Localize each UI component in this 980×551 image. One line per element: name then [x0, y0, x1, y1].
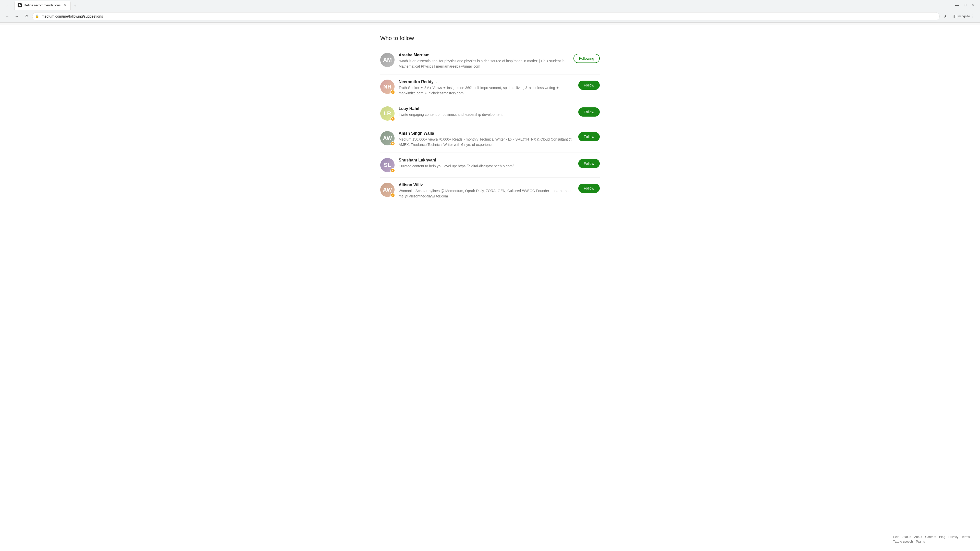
user-bio: Medium 150,000+ views/70,000+ Reads - mo… — [399, 137, 574, 148]
user-item: NR ♥ Neeramitra Reddy ✓ Truth-Seeker ✦ 8… — [380, 75, 600, 101]
follow-btn-luay-rahil[interactable]: Follow — [578, 107, 600, 117]
nav-right-controls: ★ ◫ Incognito ⋮ — [941, 12, 977, 21]
reload-btn[interactable]: ↻ — [22, 12, 30, 21]
user-name-row: Anish Singh Walia — [399, 131, 574, 136]
window-controls: ⌄ — [3, 2, 10, 9]
tab-favicon — [18, 3, 22, 7]
badge-heart-icon: ♥ — [390, 117, 395, 121]
page-section-title: Who to follow — [380, 35, 600, 41]
nav-bar: ← → ↻ 🔒 medium.com/me/following/suggesti… — [0, 10, 980, 22]
follow-btn-allison-wiltz[interactable]: Follow — [578, 184, 600, 193]
minimize-btn[interactable]: — — [953, 2, 961, 9]
active-tab[interactable]: Refine recommendations ✕ — [14, 1, 71, 10]
page-content: Who to follow AM Areeba Merriam "Math is… — [375, 25, 605, 219]
user-info: Anish Singh Walia Medium 150,000+ views/… — [399, 131, 574, 148]
user-name-row: Allison Wiltz — [399, 183, 574, 187]
user-item: AW ♥ Allison Wiltz Womanist Scholar byli… — [380, 178, 600, 204]
tab-bar: Refine recommendations ✕ + — [12, 1, 951, 10]
user-avatar: AW ♥ — [380, 183, 395, 197]
user-item: SL ♥ Shushant Lakhyani Curated content t… — [380, 153, 600, 178]
user-bio: Truth-Seeker ✦ 8M+ Views ✦ Insights on 3… — [399, 85, 574, 96]
browser-titlebar: ⌄ Refine recommendations ✕ + — □ ✕ — [0, 0, 980, 10]
user-name: Areeba Merriam — [399, 53, 430, 57]
user-name-row: Neeramitra Reddy ✓ — [399, 79, 574, 84]
follow-btn-anish-singh-walia[interactable]: Follow — [578, 132, 600, 141]
user-name-row: Shushant Lakhyani — [399, 158, 574, 162]
favicon-dot — [19, 4, 21, 6]
badge-heart-icon: ♥ — [390, 168, 395, 173]
bookmark-btn[interactable]: ★ — [941, 12, 950, 21]
user-name: Neeramitra Reddy — [399, 79, 434, 84]
address-bar[interactable]: 🔒 medium.com/me/following/suggestions — [32, 12, 940, 21]
user-name: Shushant Lakhyani — [399, 158, 436, 162]
user-item: AM Areeba Merriam "Math is an essential … — [380, 48, 600, 75]
user-bio: Womanist Scholar bylines @ Momentum, Opr… — [399, 188, 574, 199]
follow-btn-neeramitra-reddy[interactable]: Follow — [578, 81, 600, 90]
restore-btn[interactable]: □ — [962, 2, 969, 9]
verified-icon: ✓ — [435, 80, 438, 84]
user-name-row: Luay Rahil — [399, 106, 574, 111]
user-info: Neeramitra Reddy ✓ Truth-Seeker ✦ 8M+ Vi… — [399, 79, 574, 96]
user-name: Allison Wiltz — [399, 183, 423, 187]
user-avatar: AM — [380, 53, 395, 67]
new-tab-btn[interactable]: + — [72, 3, 79, 10]
forward-btn[interactable]: → — [13, 12, 21, 21]
user-avatar: AW ★ — [380, 131, 395, 145]
browser-chrome: ⌄ Refine recommendations ✕ + — □ ✕ ← → ↻… — [0, 0, 980, 23]
user-name: Luay Rahil — [399, 106, 419, 111]
badge-heart-icon: ♥ — [390, 90, 395, 94]
user-info: Shushant Lakhyani Curated content to hel… — [399, 158, 574, 169]
scroll-shadow — [0, 23, 980, 25]
user-name-row: Areeba Merriam — [399, 53, 570, 57]
follow-btn-shushant-lakhyani[interactable]: Follow — [578, 159, 600, 168]
user-bio: Curated content to help you level up: ht… — [399, 164, 574, 169]
avatar-image: AM — [380, 53, 395, 67]
follow-btn-areeba-merriam[interactable]: Following — [573, 54, 600, 63]
lock-icon: 🔒 — [35, 14, 39, 18]
user-avatar: NR ♥ — [380, 79, 395, 94]
close-btn[interactable]: ✕ — [970, 2, 977, 9]
badge-heart-icon: ♥ — [390, 193, 395, 197]
user-name: Anish Singh Walia — [399, 131, 434, 136]
user-bio: I write engaging content on business and… — [399, 112, 574, 118]
user-list: AM Areeba Merriam "Math is an essential … — [380, 48, 600, 204]
window-action-btns: — □ ✕ — [953, 2, 977, 9]
badge-star-icon: ★ — [390, 141, 395, 146]
tab-title: Refine recommendations — [24, 3, 61, 7]
user-avatar: LR ♥ — [380, 106, 395, 121]
tab-close-btn[interactable]: ✕ — [63, 3, 67, 8]
profile-btn[interactable]: Incognito — [959, 12, 968, 21]
user-avatar: SL ♥ — [380, 158, 395, 172]
user-info: Allison Wiltz Womanist Scholar bylines @… — [399, 183, 574, 199]
back-btn[interactable]: ← — [3, 12, 11, 21]
url-text: medium.com/me/following/suggestions — [41, 14, 103, 18]
tab-list-btn[interactable]: ⌄ — [3, 2, 10, 9]
menu-btn[interactable]: ⋮ — [969, 12, 977, 21]
user-item: AW ★ Anish Singh Walia Medium 150,000+ v… — [380, 126, 600, 153]
user-info: Areeba Merriam "Math is an essential too… — [399, 53, 570, 69]
user-bio: "Math is an essential tool for physics a… — [399, 59, 570, 69]
user-item: LR ♥ Luay Rahil I write engaging content… — [380, 101, 600, 126]
user-info: Luay Rahil I write engaging content on b… — [399, 106, 574, 118]
